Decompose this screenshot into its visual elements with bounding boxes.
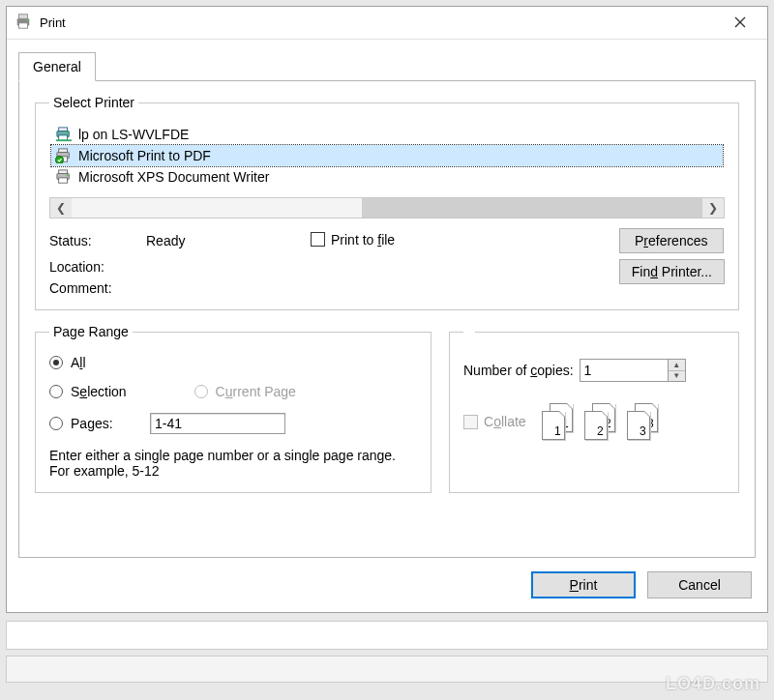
printer-app-icon <box>15 13 32 33</box>
collate-preview: 1 1 2 2 3 3 <box>542 403 662 440</box>
close-button[interactable] <box>719 7 761 39</box>
group-page-range: Page Range All Selection <box>35 324 432 493</box>
radio-selection-label: Selection <box>71 384 127 399</box>
comment-label: Comment: <box>49 280 146 296</box>
print-to-file-label: Print to file <box>331 232 395 248</box>
radio-current-page-label: Current Page <box>216 384 296 399</box>
spinner-up-button[interactable]: ▲ <box>669 360 685 371</box>
svg-rect-14 <box>59 178 68 183</box>
printer-default-icon <box>55 148 73 163</box>
printer-item-label: lp on LS-WVLFDE <box>78 125 189 144</box>
find-printer-button[interactable]: Find Printer... <box>619 259 725 284</box>
collate-checkbox: Collate <box>463 414 526 429</box>
printer-list-scrollbar[interactable]: ❮ ❯ <box>49 197 725 219</box>
print-to-file-checkbox[interactable]: Print to file <box>311 232 395 248</box>
copies-label: Number of copies: <box>463 363 574 378</box>
pages-input[interactable] <box>150 413 285 434</box>
checkbox-icon <box>463 415 478 429</box>
preferences-button[interactable]: Preferences <box>619 228 724 253</box>
page-pair-icon: 1 1 <box>542 403 577 440</box>
printer-item[interactable]: Microsoft XPS Document Writer <box>51 166 723 188</box>
radio-current-page <box>194 385 208 398</box>
scroll-track[interactable] <box>72 198 702 218</box>
close-icon <box>734 15 746 31</box>
titlebar: Print <box>7 7 767 40</box>
status-value: Ready <box>146 233 311 248</box>
checkbox-icon <box>311 232 325 247</box>
tab-general[interactable]: General <box>18 52 96 81</box>
chevron-right-icon: ❯ <box>708 201 718 215</box>
radio-selection[interactable] <box>49 385 63 398</box>
printer-item[interactable]: Microsoft Print to PDF <box>51 145 723 166</box>
group-copies: . Number of copies: ▲ ▼ <box>449 324 739 493</box>
print-dialog: Print General Select Printer <box>6 6 768 613</box>
scroll-right-button[interactable]: ❯ <box>702 198 724 218</box>
radio-all[interactable] <box>49 356 63 369</box>
svg-point-3 <box>27 19 29 21</box>
chevron-left-icon: ❮ <box>56 201 66 215</box>
watermark: LO4D.com <box>666 674 760 694</box>
spinner-down-button[interactable]: ▼ <box>669 371 685 382</box>
printer-item[interactable]: lp on LS-WVLFDE <box>51 124 723 145</box>
radio-pages[interactable] <box>49 417 63 430</box>
status-label: Status: <box>49 233 146 248</box>
copies-spinner[interactable]: ▲ ▼ <box>580 359 686 382</box>
location-label: Location: <box>49 259 146 275</box>
radio-all-label: All <box>71 355 86 370</box>
collate-label: Collate <box>484 414 526 429</box>
copies-input[interactable] <box>580 360 668 381</box>
svg-rect-9 <box>59 149 68 153</box>
window-title: Print <box>40 15 719 30</box>
scroll-thumb[interactable] <box>362 198 702 218</box>
svg-point-11 <box>56 156 64 163</box>
svg-point-7 <box>67 131 69 133</box>
svg-rect-1 <box>19 15 28 18</box>
print-button[interactable]: Print <box>531 571 636 598</box>
background-panel-1 <box>6 621 768 650</box>
page-pair-icon: 3 3 <box>627 403 662 440</box>
scroll-left-button[interactable]: ❮ <box>50 198 72 218</box>
triangle-down-icon: ▼ <box>672 371 680 380</box>
printer-icon <box>55 169 73 185</box>
page-pair-icon: 2 2 <box>584 403 619 440</box>
svg-rect-5 <box>59 128 68 131</box>
radio-pages-label: Pages: <box>71 416 113 431</box>
svg-point-15 <box>67 174 69 176</box>
triangle-up-icon: ▲ <box>672 361 680 369</box>
cancel-button[interactable]: Cancel <box>647 571 752 598</box>
svg-rect-13 <box>59 170 68 174</box>
tab-panel-general: Select Printer lp on LS-WVLFDE <box>18 80 756 558</box>
page-range-legend: Page Range <box>49 324 133 339</box>
background-panel-2 <box>6 656 768 683</box>
printer-item-label: Microsoft Print to PDF <box>78 146 211 165</box>
printer-item-label: Microsoft XPS Document Writer <box>78 167 269 187</box>
page-range-hint: Enter either a single page number or a s… <box>49 448 417 479</box>
svg-rect-2 <box>19 23 28 28</box>
printer-network-icon <box>55 127 73 142</box>
printer-list[interactable]: lp on LS-WVLFDE Microsoft Print to PDF <box>49 120 725 195</box>
select-printer-legend: Select Printer <box>49 95 138 110</box>
group-select-printer: Select Printer lp on LS-WVLFDE <box>35 95 739 310</box>
